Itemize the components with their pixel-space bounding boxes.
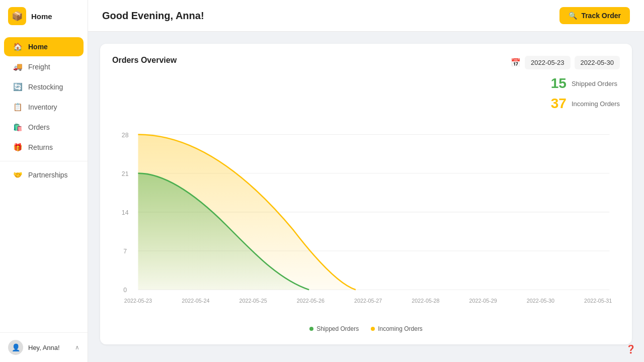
- legend-shipped: Shipped Orders: [309, 325, 359, 332]
- orders-chart: 0 7 14 21 28: [112, 127, 620, 318]
- svg-text:2022-05-25: 2022-05-25: [239, 298, 267, 304]
- date-range: 📅 2022-05-23 2022-05-30: [511, 56, 620, 69]
- date-end-pill[interactable]: 2022-05-30: [575, 56, 620, 69]
- sidebar-footer: 👤 Hey, Anna! ∧: [0, 332, 88, 362]
- orders-icon: 🛍️: [13, 123, 22, 132]
- svg-text:2022-05-29: 2022-05-29: [469, 298, 497, 304]
- restocking-icon: 🔄: [13, 82, 22, 92]
- stats-section: 15 Shipped Orders 37 Incoming Orders: [551, 75, 620, 112]
- sidebar-item-home[interactable]: 🏠 Home: [4, 37, 84, 56]
- returns-icon: 🎁: [13, 143, 22, 152]
- svg-text:2022-05-27: 2022-05-27: [354, 298, 382, 304]
- sidebar-item-inventory[interactable]: 📋 Inventory: [4, 98, 84, 117]
- svg-text:2022-05-26: 2022-05-26: [297, 298, 325, 304]
- date-start-pill[interactable]: 2022-05-23: [525, 56, 571, 69]
- sidebar: 📦 Home 🏠 Home 🚚 Freight 🔄 Restocking 📋 I…: [0, 0, 88, 362]
- sidebar-item-partnerships[interactable]: 🤝 Partnerships: [4, 165, 84, 185]
- page-title: Good Evening, Anna!: [102, 10, 204, 22]
- chart-card: Orders Overview 📅 2022-05-23 2022-05-30 …: [100, 44, 632, 344]
- sidebar-item-freight-label: Freight: [28, 63, 50, 71]
- svg-text:7: 7: [123, 248, 127, 255]
- sidebar-item-partnerships-label: Partnerships: [28, 171, 68, 179]
- shipped-dot: [309, 327, 313, 331]
- svg-text:2022-05-23: 2022-05-23: [124, 298, 152, 304]
- sidebar-item-orders-label: Orders: [28, 123, 50, 131]
- calendar-icon: 📅: [511, 58, 521, 67]
- sidebar-item-restocking[interactable]: 🔄 Restocking: [4, 77, 84, 97]
- avatar: 👤: [8, 340, 23, 355]
- partnerships-icon: 🤝: [13, 170, 22, 179]
- shipped-label: Shipped Orders: [572, 80, 617, 87]
- user-info: 👤 Hey, Anna!: [8, 340, 60, 355]
- chart-legend: Shipped Orders Incoming Orders: [112, 325, 620, 332]
- legend-incoming-label: Incoming Orders: [378, 325, 423, 332]
- legend-incoming: Incoming Orders: [371, 325, 423, 332]
- search-icon: 🔍: [569, 12, 577, 20]
- svg-text:2022-05-30: 2022-05-30: [527, 298, 554, 304]
- logo-icon: 📦: [8, 7, 26, 25]
- help-button[interactable]: ❓: [626, 344, 636, 354]
- sidebar-nav: 🏠 Home 🚚 Freight 🔄 Restocking 📋 Inventor…: [0, 32, 88, 332]
- sidebar-item-home-label: Home: [28, 43, 48, 51]
- topbar: Good Evening, Anna! 🔍 Track Order: [88, 0, 644, 32]
- logo-text: Home: [31, 12, 52, 21]
- chevron-up-icon[interactable]: ∧: [75, 344, 79, 351]
- sidebar-item-restocking-label: Restocking: [28, 83, 63, 91]
- freight-icon: 🚚: [13, 62, 22, 71]
- shipped-stat-row: 15 Shipped Orders: [551, 75, 620, 92]
- sidebar-item-returns-label: Returns: [28, 143, 53, 151]
- question-icon[interactable]: ❓: [626, 345, 636, 353]
- svg-text:2022-05-28: 2022-05-28: [412, 298, 439, 304]
- main: Good Evening, Anna! 🔍 Track Order Orders…: [88, 0, 644, 362]
- logo[interactable]: 📦 Home: [0, 0, 88, 32]
- chart-title: Orders Overview: [112, 56, 177, 65]
- incoming-stat-row: 37 Incoming Orders: [551, 96, 620, 112]
- track-order-label: Track Order: [581, 12, 621, 20]
- svg-text:2022-05-31: 2022-05-31: [584, 298, 612, 304]
- sidebar-divider: [0, 161, 88, 161]
- svg-text:0: 0: [123, 287, 127, 294]
- incoming-dot: [371, 327, 375, 331]
- user-name: Hey, Anna!: [28, 344, 60, 351]
- svg-text:28: 28: [122, 132, 129, 139]
- track-order-button[interactable]: 🔍 Track Order: [559, 7, 630, 24]
- legend-shipped-label: Shipped Orders: [316, 325, 359, 332]
- svg-text:21: 21: [122, 170, 129, 177]
- svg-text:14: 14: [122, 209, 129, 216]
- sidebar-item-returns[interactable]: 🎁 Returns: [4, 138, 84, 157]
- sidebar-item-orders[interactable]: 🛍️ Orders: [4, 118, 84, 137]
- content-area: Orders Overview 📅 2022-05-23 2022-05-30 …: [88, 32, 644, 362]
- inventory-icon: 📋: [13, 103, 22, 112]
- sidebar-item-inventory-label: Inventory: [28, 103, 57, 111]
- incoming-count: 37: [551, 96, 567, 112]
- sidebar-item-freight[interactable]: 🚚 Freight: [4, 57, 84, 76]
- chart-container: 0 7 14 21 28: [112, 127, 620, 332]
- svg-text:2022-05-24: 2022-05-24: [182, 298, 209, 304]
- shipped-count: 15: [551, 75, 567, 92]
- home-icon: 🏠: [13, 42, 22, 51]
- chart-header: Orders Overview 📅 2022-05-23 2022-05-30 …: [112, 56, 620, 117]
- incoming-label: Incoming Orders: [572, 100, 620, 108]
